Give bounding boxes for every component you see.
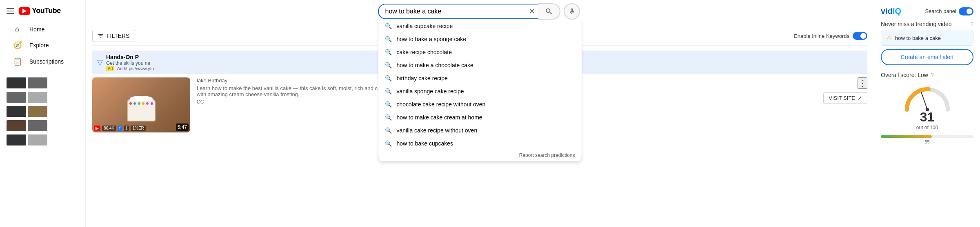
dropdown-item-3[interactable]: 🔍 how to make a chocolate cake [378,59,582,72]
thumb-5a [7,134,26,145]
score-gauge: 31 out of 100 [881,83,973,130]
inline-keywords-switch[interactable] [853,32,867,40]
hands-on-ad: Ad Ad https://www.ytu [106,66,154,71]
search-button[interactable] [538,3,560,20]
sidebar-item-subscriptions[interactable]: 📋 Subscriptions [3,54,82,69]
vidiq-header: vidIQ Search panel [881,7,973,16]
inline-keywords-label: Enable Inline Keywords [794,33,849,39]
dropdown-item-text-8: vanilla cake recipe without oven [397,127,478,134]
email-alert-button[interactable]: Create an email alert [881,49,973,65]
score-bar [881,135,973,138]
score-number: 31 [916,110,938,125]
dropdown-item-text-3: how to make a chocolate cake [397,62,473,68]
search-dropdown: 🔍 vanilla cupcake recipe 🔍 how to bake a… [378,20,582,162]
mic-button[interactable] [564,3,580,20]
sidebar: YouTube ⌂ Home 🧭 Explore 📋 Subscriptions [0,0,86,227]
dropdown-item-text-7: how to make cake cream at home [397,114,482,121]
search-suggestion-icon-4: 🔍 [385,75,392,82]
trending-help-icon[interactable]: ? [970,21,973,27]
video-cc: CC [197,99,401,105]
search-suggestion-icon-5: 🔍 [385,88,392,95]
hands-on-info: Hands-On P Get the skills you ne Ad Ad h… [106,54,154,71]
dropdown-item-8[interactable]: 🔍 vanilla cake recipe without oven [378,124,582,137]
youtube-views: ▶ [94,126,100,131]
trending-keyword-item: ⚠ how to bake a cake [881,31,973,46]
fb-badge: f [118,126,122,131]
sidebar-item-home[interactable]: ⌂ Home [3,22,82,37]
search-suggestion-icon-6: 🔍 [385,101,392,108]
hands-on-icon: ▽ [97,58,103,67]
dropdown-item-0[interactable]: 🔍 vanilla cupcake recipe [378,20,582,33]
main-content: ✕ 🔍 vanilla cupcake recipe [86,0,874,227]
hamburger-menu[interactable] [7,8,14,14]
dropdown-item-text-4: birthday cake recipe [397,75,448,82]
sidebar-item-home-label: Home [29,26,44,33]
inline-keywords-toggle: Enable Inline Keywords [794,32,867,40]
dropdown-item-5[interactable]: 🔍 vanilla sponge cake recipe [378,85,582,98]
search-suggestion-icon-1: 🔍 [385,36,392,42]
dropdown-item-text-0: vanilla cupcake recipe [397,23,453,29]
clear-button[interactable]: ✕ [526,5,538,18]
score-out-of: out of 100 [916,125,938,130]
trending-title: Never miss a trending video ? [881,21,973,27]
score-bar-value: 55 [881,139,973,144]
header: ✕ 🔍 vanilla cupcake recipe [86,0,874,23]
search-panel-label: Search panel [925,8,956,14]
vidiq-panel: vidIQ Search panel Never miss a trending… [874,0,980,227]
youtube-icon [19,7,30,15]
visit-site-button[interactable]: VISIT SITE ↗ [823,92,867,104]
sidebar-item-subscriptions-label: Subscriptions [29,58,64,65]
search-panel-toggle: Search panel [925,7,973,15]
dropdown-item-9[interactable]: 🔍 how to bake cupcakes [378,137,582,150]
thumb-5b [28,134,47,145]
filters-label: FILTERS [107,33,130,39]
dropdown-item-text-5: vanilla sponge cake recipe [397,88,464,95]
sidebar-item-explore-label: Explore [29,42,49,48]
bake-birthday-title: lake Birthday [197,77,401,84]
more-options-button[interactable]: ⋮ [858,77,867,89]
gauge-svg [901,83,954,114]
youtube-logo: YouTube [19,7,61,15]
thumb-2a [7,92,26,103]
score-help-icon[interactable]: ? [931,72,934,78]
dropdown-item-1[interactable]: 🔍 how to bake a sponge cake [378,33,582,46]
subscriptions-icon: 📋 [13,57,21,66]
report-predictions[interactable]: Report search predictions [378,150,582,161]
search-input[interactable] [379,4,526,18]
thumb-3b [28,106,47,117]
filter-icon [98,33,104,39]
trending-section: Never miss a trending video ? ⚠ how to b… [881,21,973,65]
thumb-3a [7,106,26,117]
score-title: Overall score: Low ? [881,72,973,78]
trending-keyword-text: how to bake a cake [895,35,941,41]
score-fill [881,135,932,138]
external-link-icon: ↗ [858,95,862,101]
dropdown-item-7[interactable]: 🔍 how to make cake cream at home [378,111,582,124]
sidebar-nav: ⌂ Home 🧭 Explore 📋 Subscriptions [0,22,85,69]
svg-line-0 [921,92,927,110]
video-thumb-image [92,77,190,132]
dropdown-item-2[interactable]: 🔍 cake recipe chocolate [378,46,582,59]
video-duration: 5:47 [176,123,189,131]
sidebar-header: YouTube [0,3,85,18]
sidebar-item-explore[interactable]: 🧭 Explore [3,37,82,53]
vidiq-logo: vidIQ [881,7,901,16]
dropdown-item-text-2: cake recipe chocolate [397,49,452,55]
dropdown-item-text-1: how to bake a sponge cake [397,36,466,42]
search-icon [545,7,553,15]
thumb-4b [28,120,47,131]
search-panel-switch[interactable] [959,7,973,15]
home-icon: ⌂ [13,25,21,33]
video-thumbnail[interactable]: 5:47 ▶ 86.4K f 1 1%ER [92,77,190,132]
filters-button[interactable]: FILTERS [92,30,135,42]
explore-icon: 🧭 [13,41,21,50]
score-bar-container: 55 [881,135,973,144]
view-count: 86.4K [102,126,116,131]
trend-alert-icon: ⚠ [886,34,892,42]
mic-icon [568,8,576,15]
dropdown-item-6[interactable]: 🔍 chocolate cake recipe without oven [378,98,582,111]
score-section: Overall score: Low ? 31 out of 100 [881,72,973,144]
dropdown-item-text-6: chocolate cake recipe without oven [397,101,486,108]
dropdown-item-4[interactable]: 🔍 birthday cake recipe [378,72,582,85]
search-suggestion-icon-9: 🔍 [385,140,392,147]
